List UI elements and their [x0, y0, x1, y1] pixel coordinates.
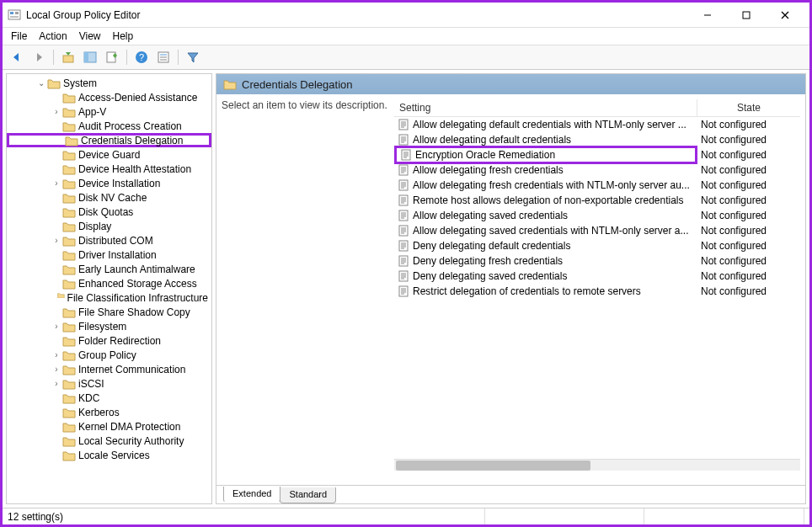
tree-item[interactable]: Local Security Authority: [7, 434, 211, 448]
setting-row[interactable]: Allow delegating saved credentialsNot co…: [394, 208, 800, 223]
setting-row[interactable]: Restrict delegation of credentials to re…: [394, 284, 800, 299]
tree-item[interactable]: Kernel DMA Protection: [7, 419, 211, 434]
properties-button[interactable]: [154, 48, 173, 67]
list-header[interactable]: Setting State: [394, 99, 800, 117]
setting-row[interactable]: Allow delegating fresh credentials with …: [394, 178, 800, 193]
tree-item[interactable]: ›Group Policy: [7, 348, 211, 362]
chevron-right-icon[interactable]: ›: [51, 322, 62, 331]
tree-item-label: Locale Services: [78, 450, 150, 461]
setting-state: Not configured: [697, 194, 800, 206]
tree-item[interactable]: Device Health Attestation: [7, 162, 211, 176]
tree-item[interactable]: ›App-V: [7, 104, 211, 119]
tree-item-label: Group Policy: [78, 349, 136, 361]
folder-icon: [62, 264, 76, 275]
policy-icon: [398, 179, 409, 191]
menu-action[interactable]: Action: [39, 30, 67, 42]
svg-rect-8: [63, 56, 73, 62]
close-button[interactable]: [766, 3, 804, 27]
settings-list[interactable]: Setting State Allow delegating default c…: [394, 99, 800, 480]
chevron-right-icon[interactable]: ›: [51, 107, 62, 116]
setting-name: Allow delegating fresh credentials with …: [413, 179, 690, 191]
help-button[interactable]: ?: [132, 48, 151, 67]
tree-root[interactable]: ⌄ System: [7, 76, 211, 90]
chevron-right-icon[interactable]: ›: [51, 236, 62, 245]
chevron-right-icon[interactable]: ›: [51, 379, 62, 388]
policy-icon: [398, 225, 409, 237]
setting-name: Allow delegating saved credentials with …: [413, 225, 688, 237]
tree-item[interactable]: Disk Quotas: [7, 205, 211, 219]
menu-help[interactable]: Help: [113, 30, 134, 42]
chevron-right-icon[interactable]: ›: [51, 178, 62, 188]
forward-button[interactable]: [29, 48, 48, 67]
setting-row[interactable]: Allow delegating fresh credentialsNot co…: [394, 162, 800, 178]
tree-item[interactable]: ›Filesystem: [7, 319, 211, 333]
column-setting[interactable]: Setting: [394, 99, 697, 116]
tree-item[interactable]: Display: [7, 219, 211, 233]
chevron-right-icon[interactable]: ›: [51, 365, 62, 374]
svg-rect-48: [399, 210, 408, 221]
tree-item[interactable]: ›Internet Communication: [7, 362, 211, 376]
up-button[interactable]: [59, 48, 77, 67]
content-header: Credentials Delegation: [216, 74, 805, 94]
policy-icon: [400, 149, 412, 161]
setting-row[interactable]: Allow delegating saved credentials with …: [394, 223, 800, 238]
column-state[interactable]: State: [697, 99, 800, 116]
tree-item[interactable]: Locale Services: [7, 448, 211, 462]
menu-file[interactable]: File: [11, 30, 27, 42]
tab-extended[interactable]: Extended: [223, 487, 280, 503]
tree-item[interactable]: File Share Shadow Copy: [7, 305, 211, 319]
tree-pane[interactable]: ⌄ System Access-Denied Assistance›App-VA…: [6, 73, 212, 504]
chevron-right-icon[interactable]: ›: [51, 350, 62, 359]
horizontal-scrollbar[interactable]: [394, 459, 800, 471]
tree-item-label: Distributed COM: [78, 235, 153, 247]
tree-item[interactable]: ›Distributed COM: [7, 233, 211, 248]
tree-item[interactable]: Credentials Delegation: [7, 133, 211, 147]
folder-icon: [62, 278, 76, 290]
setting-row[interactable]: Deny delegating default credentialsNot c…: [394, 238, 800, 253]
tree-item[interactable]: ›iSCSI: [7, 376, 211, 391]
tree-item[interactable]: ›Device Installation: [7, 176, 211, 190]
folder-icon: [62, 392, 76, 404]
setting-state: Not configured: [697, 134, 800, 146]
maximize-button[interactable]: [727, 3, 766, 27]
description-pane: Select an item to view its description.: [222, 99, 394, 480]
content-pane: Credentials Delegation Select an item to…: [216, 73, 806, 504]
app-icon: [8, 8, 21, 22]
tree-item-label: File Share Shadow Copy: [78, 306, 190, 318]
svg-rect-28: [402, 150, 410, 160]
tree-item[interactable]: Early Launch Antimalware: [7, 262, 211, 276]
tree-item-label: Display: [78, 221, 111, 232]
folder-icon: [62, 321, 76, 333]
menu-view[interactable]: View: [79, 30, 101, 42]
setting-row[interactable]: Deny delegating saved credentialsNot con…: [394, 269, 800, 284]
tree-item[interactable]: Device Guard: [7, 147, 211, 162]
setting-row[interactable]: Deny delegating fresh credentialsNot con…: [394, 253, 800, 269]
tree-item[interactable]: Disk NV Cache: [7, 190, 211, 205]
svg-rect-18: [399, 120, 408, 130]
minimize-button[interactable]: [688, 3, 727, 27]
tree-item[interactable]: File Classification Infrastructure: [7, 290, 211, 305]
setting-row[interactable]: Allow delegating default credentials wit…: [394, 117, 800, 132]
tree-item[interactable]: Folder Redirection: [7, 333, 211, 348]
tree-item[interactable]: Driver Installation: [7, 248, 211, 262]
show-hide-tree-button[interactable]: [81, 48, 99, 67]
tab-standard[interactable]: Standard: [280, 487, 336, 503]
folder-icon: [62, 435, 76, 447]
tree-item-label: File Classification Infrastructure: [67, 292, 208, 304]
view-tabs: Extended Standard: [216, 485, 805, 503]
tree-item-label: Local Security Authority: [78, 435, 184, 447]
tree-item[interactable]: Access-Denied Assistance: [7, 90, 211, 104]
chevron-down-icon[interactable]: ⌄: [35, 78, 47, 88]
tree-item[interactable]: KDC: [7, 391, 211, 405]
setting-row[interactable]: Remote host allows delegation of non-exp…: [394, 193, 800, 208]
setting-row[interactable]: Encryption Oracle RemediationNot configu…: [394, 147, 800, 162]
filter-button[interactable]: [184, 48, 202, 67]
back-button[interactable]: [8, 48, 26, 67]
tree-item-label: Filesystem: [78, 321, 126, 333]
svg-rect-5: [743, 12, 750, 19]
tree-item[interactable]: Audit Process Creation: [7, 119, 211, 133]
tree-item[interactable]: Enhanced Storage Access: [7, 276, 211, 290]
tree-item[interactable]: Kerberos: [7, 405, 211, 419]
export-button[interactable]: [103, 48, 121, 67]
setting-name: Deny delegating fresh credentials: [413, 255, 563, 267]
